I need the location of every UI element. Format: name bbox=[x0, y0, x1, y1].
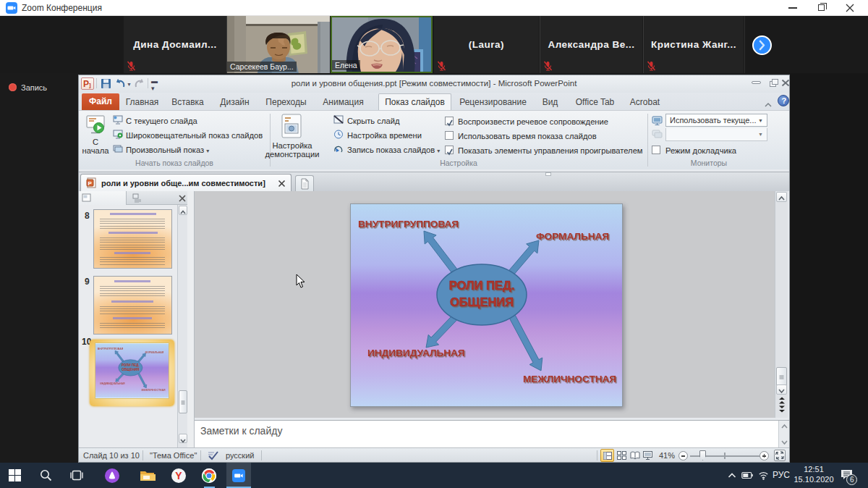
svg-text:ИНДИВИДУАЛЬНАЯ: ИНДИВИДУАЛЬНАЯ bbox=[367, 348, 465, 358]
svg-text:ФОРМАЛЬНАЯ: ФОРМАЛЬНАЯ bbox=[145, 351, 163, 354]
svg-text:ФОРМАЛЬНАЯ: ФОРМАЛЬНАЯ bbox=[536, 231, 609, 242]
svg-text:ОБЩЕНИЯ: ОБЩЕНИЯ bbox=[450, 295, 514, 308]
svg-text:МЕЖЛИЧНОСТНАЯ: МЕЖЛИЧНОСТНАЯ bbox=[523, 374, 616, 384]
svg-text:P: P bbox=[88, 180, 93, 187]
svg-text:МЕЖЛИЧНОСТНАЯ: МЕЖЛИЧНОСТНАЯ bbox=[142, 389, 166, 392]
svg-text:РОЛИ ПЕД.: РОЛИ ПЕД. bbox=[122, 363, 140, 367]
svg-text:ВНУТРИГРУППОВАЯ: ВНУТРИГРУППОВАЯ bbox=[358, 219, 459, 230]
svg-text:ИНДИВИДУАЛЬНАЯ: ИНДИВИДУАЛЬНАЯ bbox=[100, 382, 125, 385]
svg-text:РОЛИ ПЕД.: РОЛИ ПЕД. bbox=[449, 279, 514, 292]
svg-text:ВНУТРИГРУППОВАЯ: ВНУТРИГРУППОВАЯ bbox=[98, 348, 124, 350]
svg-text:ОБЩЕНИЯ: ОБЩЕНИЯ bbox=[122, 368, 139, 371]
